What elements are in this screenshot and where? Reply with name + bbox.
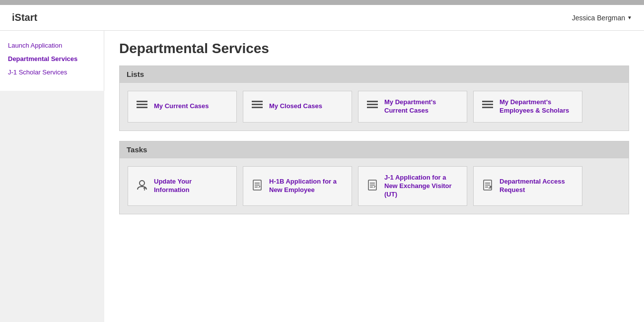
- dept-access-icon: [482, 180, 494, 193]
- tile-my-closed-cases[interactable]: My Closed Cases: [243, 91, 352, 123]
- tile-h1b-application[interactable]: H-1B Application for a New Employee: [243, 166, 352, 206]
- sidebar: Launch Application Departmental Services…: [0, 31, 104, 91]
- lists-section-header: Lists: [120, 66, 629, 83]
- tile-label-my-current-cases: My Current Cases: [154, 102, 209, 111]
- tile-update-info[interactable]: Update Your Information: [128, 166, 237, 206]
- tasks-section-header: Tasks: [120, 141, 629, 158]
- lists-section-body: My Current Cases My Closed Cases: [120, 83, 629, 130]
- tile-dept-current-cases[interactable]: My Department's Current Cases: [358, 91, 467, 123]
- svg-rect-8: [367, 107, 378, 108]
- tile-label-dept-current-cases: My Department's Current Cases: [384, 98, 459, 115]
- tasks-section: Tasks Update Your Information: [119, 141, 629, 215]
- user-name: Jessica Bergman: [572, 14, 625, 22]
- content-area: Departmental Services Lists My Current C…: [104, 31, 644, 322]
- list-icon-1: [136, 101, 148, 112]
- svg-rect-11: [482, 107, 493, 108]
- top-bar: [0, 0, 644, 5]
- svg-rect-7: [367, 104, 378, 105]
- app-logo: iStart: [12, 12, 37, 23]
- tile-label-j1: J-1 Application for a New Exchange Visit…: [384, 174, 459, 199]
- tile-my-current-cases[interactable]: My Current Cases: [128, 91, 237, 123]
- tile-dept-employees-scholars[interactable]: My Department's Employees & Scholars: [473, 91, 582, 123]
- tile-label-h1b: H-1B Application for a New Employee: [269, 178, 344, 194]
- tile-label-update-info: Update Your Information: [154, 178, 228, 194]
- h1b-icon: [251, 180, 263, 193]
- user-menu-arrow: ▼: [627, 15, 632, 20]
- sidebar-item-launch[interactable]: Launch Application: [8, 41, 96, 50]
- svg-rect-5: [252, 107, 263, 108]
- update-icon: [136, 180, 148, 193]
- svg-rect-9: [482, 101, 493, 102]
- list-icon-4: [482, 101, 494, 112]
- user-menu[interactable]: Jessica Bergman ▼: [572, 14, 632, 22]
- list-icon-3: [366, 101, 378, 112]
- svg-rect-0: [137, 101, 147, 102]
- tile-label-dept-employees-scholars: My Department's Employees & Scholars: [500, 98, 574, 115]
- sidebar-item-j1[interactable]: J-1 Scholar Services: [8, 67, 96, 77]
- sidebar-item-departmental[interactable]: Departmental Services: [8, 54, 96, 64]
- sidebar-wrapper: Launch Application Departmental Services…: [0, 31, 104, 322]
- tile-label-my-closed-cases: My Closed Cases: [269, 102, 322, 111]
- svg-rect-10: [482, 104, 493, 105]
- sidebar-nav: Launch Application Departmental Services…: [8, 41, 96, 77]
- tile-dept-access-request[interactable]: Departmental Access Request: [473, 166, 582, 206]
- svg-point-12: [140, 181, 144, 186]
- svg-rect-3: [252, 101, 263, 102]
- svg-rect-2: [137, 107, 147, 108]
- list-icon-2: [251, 101, 263, 112]
- header: iStart Jessica Bergman ▼: [0, 5, 644, 31]
- page-title: Departmental Services: [119, 41, 629, 57]
- lists-section: Lists My Current Cases: [119, 65, 629, 131]
- tasks-section-body: Update Your Information H-1B Application…: [120, 158, 629, 214]
- svg-rect-4: [252, 104, 263, 105]
- j1-icon: [366, 180, 378, 193]
- main-layout: Launch Application Departmental Services…: [0, 31, 644, 322]
- svg-rect-1: [137, 104, 147, 105]
- svg-rect-6: [367, 101, 378, 102]
- tile-label-dept-access: Departmental Access Request: [500, 178, 574, 194]
- tile-j1-application[interactable]: J-1 Application for a New Exchange Visit…: [358, 166, 467, 206]
